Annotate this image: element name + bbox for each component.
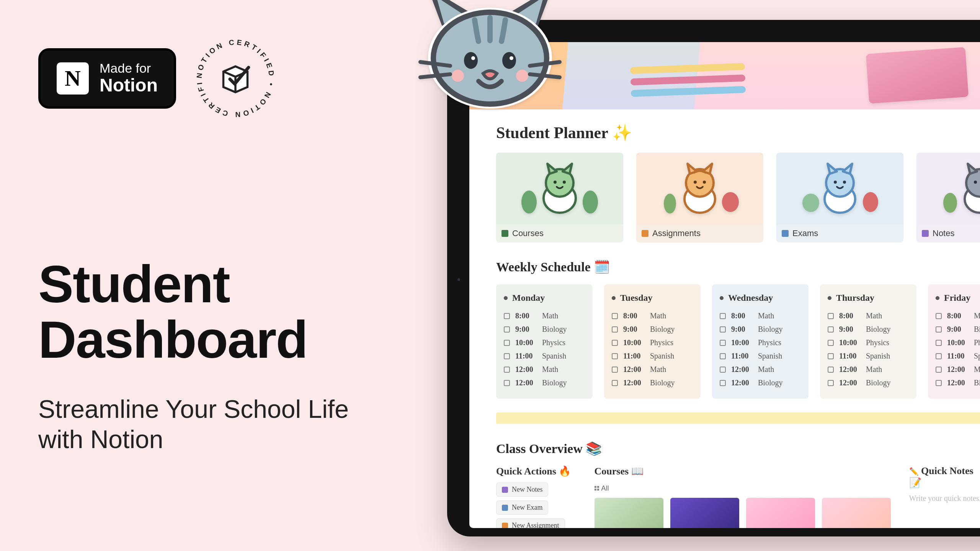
class-row[interactable]: 8:00Math — [504, 309, 585, 323]
planner-card-label: Courses — [512, 228, 544, 238]
planner-card-notes[interactable]: Notes — [916, 153, 980, 242]
qa-label: New Exam — [512, 504, 542, 512]
checkbox-icon[interactable] — [612, 340, 618, 346]
notion-screen: Student Planner ✨ — [469, 42, 980, 528]
checkbox-icon[interactable] — [720, 340, 726, 346]
checkbox-icon[interactable] — [504, 353, 510, 359]
quick-notes-placeholder[interactable]: Write your quick notes... — [909, 494, 980, 503]
svg-point-22 — [974, 181, 977, 184]
course-thumb[interactable] — [746, 498, 815, 528]
planner-card-courses[interactable]: Courses — [496, 153, 623, 242]
checkbox-icon[interactable] — [828, 340, 834, 346]
class-row[interactable]: 11:00Spanish — [720, 349, 801, 363]
day-name: Friday — [936, 293, 980, 303]
day-card: Thursday8:00Math9:00Biology10:00Physics1… — [820, 284, 916, 399]
svg-point-29 — [510, 56, 513, 60]
class-row[interactable]: 12:00Math — [828, 363, 909, 376]
class-row[interactable]: 8:00Math — [828, 309, 909, 323]
class-time: 11:00 — [623, 352, 645, 360]
course-thumb[interactable] — [595, 498, 663, 528]
quick-notes-col: ✏️ Quick Notes 📝 Write your quick notes.… — [909, 465, 980, 528]
class-time: 9:00 — [623, 325, 645, 334]
class-time: 10:00 — [731, 338, 753, 347]
class-row[interactable]: 10:00Physics — [936, 336, 980, 349]
class-row[interactable]: 12:00Math — [720, 363, 801, 376]
class-row[interactable]: 9:00Biology — [720, 323, 801, 336]
checkbox-icon[interactable] — [936, 380, 942, 386]
class-time: 10:00 — [947, 338, 969, 347]
checkbox-icon[interactable] — [936, 326, 942, 333]
checkbox-icon[interactable] — [504, 340, 510, 346]
notion-certified-badge: NOTION CERTIFIED • NOTION CERTIFIED • — [195, 38, 276, 119]
svg-point-17 — [834, 181, 837, 184]
course-thumb[interactable] — [822, 498, 891, 528]
checkbox-icon[interactable] — [828, 353, 834, 359]
class-row[interactable]: 12:00Math — [936, 363, 980, 376]
course-thumb[interactable] — [670, 498, 739, 528]
class-subject: Math — [650, 365, 666, 374]
courses-view-all[interactable]: All — [595, 484, 609, 492]
checkbox-icon[interactable] — [720, 353, 726, 359]
class-row[interactable]: 12:00Biology — [612, 376, 693, 390]
class-row[interactable]: 10:00Physics — [612, 336, 693, 349]
cert-box-icon — [218, 61, 253, 96]
checkbox-icon[interactable] — [936, 313, 942, 319]
checkbox-icon[interactable] — [720, 326, 726, 333]
class-row[interactable]: 12:00Biology — [828, 376, 909, 390]
class-row[interactable]: 11:00Spanish — [936, 349, 980, 363]
checkbox-icon[interactable] — [828, 380, 834, 386]
class-row[interactable]: 12:00Biology — [936, 376, 980, 390]
class-time: 12:00 — [839, 365, 861, 374]
checkbox-icon[interactable] — [612, 313, 618, 319]
class-row[interactable]: 10:00Physics — [828, 336, 909, 349]
checkbox-icon[interactable] — [828, 313, 834, 319]
class-row[interactable]: 12:00Biology — [720, 376, 801, 390]
class-row[interactable]: 9:00Biology — [828, 323, 909, 336]
class-row[interactable]: 9:00Biology — [612, 323, 693, 336]
checkbox-icon[interactable] — [612, 353, 618, 359]
checkbox-icon[interactable] — [828, 326, 834, 333]
class-row[interactable]: 12:00Math — [612, 363, 693, 376]
planner-card-exams[interactable]: Exams — [776, 153, 903, 242]
checkbox-icon[interactable] — [504, 326, 510, 333]
class-row[interactable]: 9:00Biology — [504, 323, 585, 336]
checkbox-icon[interactable] — [828, 367, 834, 373]
class-row[interactable]: 12:00Biology — [504, 376, 585, 390]
qa-label: New Notes — [512, 486, 542, 494]
checkbox-icon[interactable] — [504, 367, 510, 373]
checkbox-icon[interactable] — [720, 380, 726, 386]
class-row[interactable]: 12:00Math — [504, 363, 585, 376]
class-time: 12:00 — [515, 365, 537, 374]
class-row[interactable]: 8:00Math — [936, 309, 980, 323]
svg-point-14 — [863, 192, 878, 212]
checkbox-icon[interactable] — [504, 313, 510, 319]
class-row[interactable]: 11:00Spanish — [828, 349, 909, 363]
check-icon — [642, 230, 648, 237]
planner-card-assignments[interactable]: Assignments — [636, 153, 763, 242]
qa-icon — [502, 487, 508, 493]
checkbox-icon[interactable] — [504, 380, 510, 386]
checkbox-icon[interactable] — [936, 340, 942, 346]
checkbox-icon[interactable] — [612, 326, 618, 333]
checkbox-icon[interactable] — [936, 353, 942, 359]
checkbox-icon[interactable] — [612, 367, 618, 373]
class-row[interactable]: 11:00Spanish — [612, 349, 693, 363]
class-row[interactable]: 8:00Math — [720, 309, 801, 323]
grid-icon — [595, 486, 599, 491]
cat-orange-icon — [654, 160, 746, 217]
quick-action-button[interactable]: New Assignment — [496, 518, 565, 528]
quick-action-button[interactable]: New Exam — [496, 500, 548, 515]
checkbox-icon[interactable] — [720, 367, 726, 373]
class-row[interactable]: 10:00Physics — [504, 336, 585, 349]
class-row[interactable]: 11:00Spanish — [504, 349, 585, 363]
class-row[interactable]: 8:00Math — [612, 309, 693, 323]
courses-col: Courses 📖 All — [595, 465, 891, 528]
checkbox-icon[interactable] — [720, 313, 726, 319]
checkbox-icon[interactable] — [612, 380, 618, 386]
class-row[interactable]: 9:00Biology — [936, 323, 980, 336]
class-time: 11:00 — [731, 352, 753, 360]
class-time: 8:00 — [839, 311, 861, 320]
checkbox-icon[interactable] — [936, 367, 942, 373]
class-row[interactable]: 10:00Physics — [720, 336, 801, 349]
quick-action-button[interactable]: New Notes — [496, 483, 548, 497]
